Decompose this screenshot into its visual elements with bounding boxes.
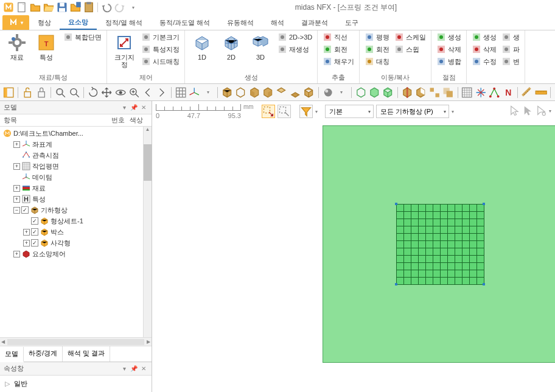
select-mode-icon[interactable] — [262, 105, 275, 118]
expand-icon[interactable]: + — [13, 185, 20, 192]
expand-icon[interactable]: + — [13, 251, 20, 257]
panel-close-icon[interactable]: ✕ — [139, 103, 148, 112]
section-icon[interactable] — [401, 86, 413, 99]
스윕-button[interactable]: 스윕 — [393, 44, 427, 55]
view-top-icon[interactable] — [275, 86, 287, 99]
tree-scrollbar[interactable]: ▲ — [143, 127, 152, 337]
tab-mesh[interactable]: 요소망 — [60, 15, 97, 30]
mesh-vis-icon[interactable] — [461, 86, 473, 99]
props-general-section[interactable]: ▷ 일반 — [5, 378, 147, 390]
view-front-icon[interactable] — [221, 86, 233, 99]
tab-results[interactable]: 결과분석 — [293, 15, 337, 30]
복합단면-button[interactable]: 복합단면 — [62, 32, 103, 43]
mesh-shrink-icon[interactable] — [475, 86, 487, 99]
sidebar-tab-model[interactable]: 모델 — [0, 347, 24, 362]
1D-button[interactable]: 1D — [189, 32, 215, 62]
explode-icon[interactable] — [428, 86, 441, 99]
tree-item-관측시점[interactable]: 관측시점 — [1, 150, 150, 161]
zoom-icon[interactable] — [68, 86, 80, 99]
tree-item-박스[interactable]: +박스 — [1, 226, 150, 237]
next-view-icon[interactable] — [155, 86, 167, 99]
checkbox[interactable] — [31, 228, 38, 236]
생성-button[interactable]: 생성 — [435, 32, 462, 43]
tree-item-작업평면[interactable]: +작업평면 — [1, 161, 150, 172]
재생성-button[interactable]: 재생성 — [276, 44, 313, 55]
props-close-icon[interactable]: ✕ — [139, 365, 148, 373]
clip-icon[interactable] — [414, 86, 427, 99]
shade-dropdown-icon[interactable]: ▾ — [335, 86, 347, 99]
tree-item-사각형[interactable]: +사각형 — [1, 237, 150, 248]
2D->3D-button[interactable]: 2D->3D — [276, 32, 313, 43]
tab-dynamic[interactable]: 동적/과도열 해석 — [151, 15, 218, 30]
redo-icon[interactable] — [114, 1, 126, 13]
생-button[interactable]: 생 — [500, 32, 521, 43]
pan-icon[interactable] — [100, 86, 113, 99]
expand-icon[interactable]: + — [13, 163, 20, 170]
회전-button[interactable]: 회전 — [321, 44, 355, 55]
특성지정-button[interactable]: 특성지정 — [140, 44, 181, 55]
collapse-icon[interactable]: − — [13, 207, 20, 214]
회전-button[interactable]: 회전 — [363, 44, 391, 55]
grid-icon[interactable] — [175, 86, 187, 99]
expand-icon[interactable]: + — [23, 229, 30, 236]
tree-item-좌표계[interactable]: +좌표계 — [1, 139, 150, 150]
axis-icon[interactable] — [188, 86, 200, 99]
tab-tools[interactable]: 도구 — [337, 15, 367, 30]
prev-view-icon[interactable] — [142, 86, 154, 99]
zoom-fit-icon[interactable] — [54, 86, 66, 99]
model-tree[interactable]: D:\테크노트\Chamber... +좌표계관측시점+작업평면데이텀+재료+H… — [0, 127, 152, 337]
변-button[interactable]: 변 — [500, 56, 521, 67]
mesh-node[interactable] — [483, 283, 485, 285]
rotate-view-icon[interactable] — [87, 86, 99, 99]
view-iso-icon[interactable] — [302, 86, 315, 99]
크기지정-button[interactable]: 크기지정 — [111, 32, 138, 69]
mesh-node[interactable] — [395, 203, 397, 205]
ruler-icon[interactable] — [535, 86, 547, 99]
axis-dropdown-icon[interactable]: ▾ — [201, 86, 214, 99]
view-right-icon[interactable] — [262, 86, 274, 99]
props-pin-icon[interactable]: 📌 — [130, 365, 138, 373]
tree-item-특성[interactable]: +H특성 — [1, 194, 150, 205]
expand-icon[interactable]: + — [13, 141, 20, 148]
스케일-button[interactable]: 스케일 — [393, 32, 427, 43]
view-left-icon[interactable] — [248, 86, 260, 99]
panel-dropdown-icon[interactable]: ▾ — [120, 103, 128, 112]
canvas-mesh[interactable] — [396, 204, 484, 284]
save-icon[interactable] — [56, 1, 68, 13]
orbit-icon[interactable] — [114, 86, 127, 99]
paste-icon[interactable] — [83, 1, 95, 13]
new-icon[interactable] — [16, 1, 28, 13]
toggle-panel-icon[interactable] — [2, 86, 15, 99]
병합-button[interactable]: 병합 — [435, 56, 462, 67]
시드매칭-button[interactable]: 시드매칭 — [140, 56, 181, 67]
zoom-in-icon[interactable] — [128, 86, 140, 99]
qat-dropdown-icon[interactable]: ▾ — [127, 1, 139, 13]
view-bottom-icon[interactable] — [289, 86, 301, 99]
file-tab[interactable]: ▾ — [2, 15, 29, 30]
canvas-geometry[interactable] — [323, 125, 555, 363]
panel-pin-icon[interactable]: 📌 — [130, 103, 138, 112]
평행-button[interactable]: 평행 — [363, 32, 391, 43]
lock-open-icon[interactable] — [21, 86, 33, 99]
measure-icon[interactable] — [521, 86, 533, 99]
특성-button[interactable]: T특성 — [33, 32, 60, 62]
tree-root[interactable]: D:\테크노트\Chamber... — [1, 128, 150, 139]
checkbox[interactable] — [31, 239, 38, 247]
tab-analysis[interactable]: 해석 — [262, 15, 293, 30]
수정-button[interactable]: 수정 — [470, 56, 498, 67]
tab-static[interactable]: 정적/열 해석 — [97, 15, 151, 30]
expand-icon[interactable]: + — [23, 240, 30, 247]
tree-item-재료[interactable]: +재료 — [1, 183, 150, 194]
viewport[interactable]: 0 47.7 95.3 mm ▾ 기본 모든 기하형상 (P) ▾ ▾ — [152, 101, 555, 392]
expand-icon[interactable]: + — [13, 196, 20, 203]
mesh-node[interactable] — [395, 283, 397, 285]
sidebar-tab-load[interactable]: 하중/경계 — [24, 346, 63, 362]
직선-button[interactable]: 직선 — [321, 32, 355, 43]
대칭-button[interactable]: 대칭 — [363, 56, 391, 67]
open-icon[interactable] — [29, 1, 41, 13]
2D-button[interactable]: 2D — [218, 32, 245, 62]
geometry-filter-dropdown[interactable]: 모든 기하형상 (P) — [376, 105, 449, 118]
label-icon[interactable]: N — [502, 86, 514, 99]
wireframe-icon[interactable] — [355, 86, 367, 99]
파-button[interactable]: 파 — [500, 44, 521, 55]
